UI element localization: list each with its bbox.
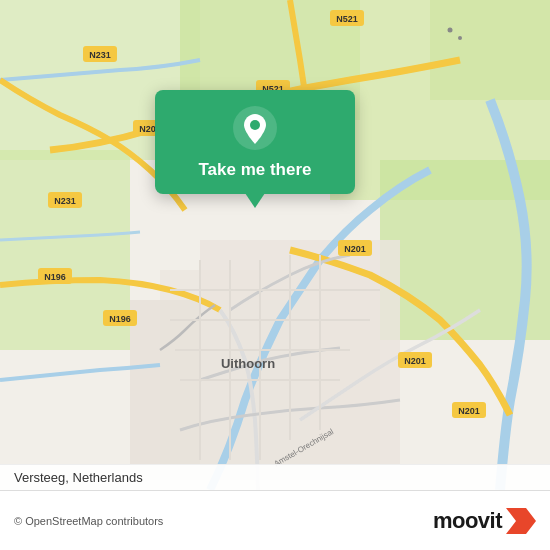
map-container: N521 N521 N231 N231 N201 N201 N201 N201 … [0,0,550,490]
moovit-word: moovit [433,508,502,533]
location-name: Versteeg, Netherlands [14,470,143,485]
popup-label: Take me there [198,160,311,180]
bottom-bar: © OpenStreetMap contributors moovit [0,490,550,550]
svg-marker-45 [506,508,536,534]
svg-point-41 [448,28,453,33]
map-svg: N521 N521 N231 N231 N201 N201 N201 N201 … [0,0,550,490]
svg-rect-5 [430,0,550,100]
svg-text:N201: N201 [404,356,426,366]
svg-text:N231: N231 [54,196,76,206]
moovit-icon [506,508,536,534]
svg-text:N196: N196 [44,272,66,282]
svg-text:N196: N196 [109,314,131,324]
location-info-bar: Versteeg, Netherlands [0,464,550,490]
svg-point-42 [458,36,462,40]
moovit-text: moovit [433,508,502,534]
svg-text:N231: N231 [89,50,111,60]
svg-text:N201: N201 [344,244,366,254]
moovit-logo: moovit [433,508,536,534]
svg-point-44 [250,120,260,130]
svg-text:N201: N201 [458,406,480,416]
svg-text:Uithoorn: Uithoorn [221,356,275,371]
take-me-there-popup[interactable]: Take me there [155,90,355,194]
map-attribution: © OpenStreetMap contributors [14,515,163,527]
location-pin-icon [233,106,277,150]
svg-text:N521: N521 [336,14,358,24]
